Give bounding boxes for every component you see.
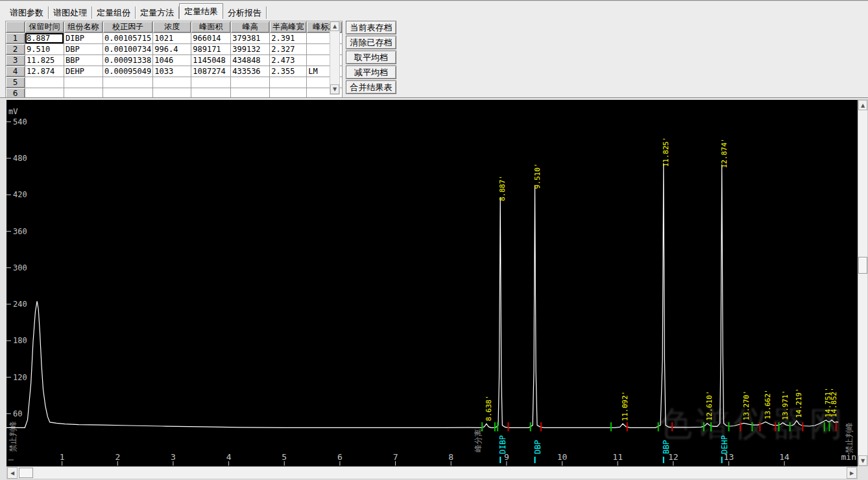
y-tick-label: 300 xyxy=(13,263,27,272)
results-table: 保留时间组份名称校正因子浓度峰面积峰高半高峰宽峰标志18.887DIBP0.00… xyxy=(5,21,343,99)
grid-cell[interactable]: 434848 xyxy=(231,55,270,66)
col-header: 保留时间 xyxy=(25,21,64,33)
y-tick-label: 420 xyxy=(13,190,27,199)
grid-cell[interactable]: 379381 xyxy=(231,33,270,44)
peak-label: 12.610' xyxy=(705,390,714,420)
grid-cell[interactable]: 433536 xyxy=(231,66,270,77)
grid-cell[interactable]: 0.00100734 xyxy=(103,44,153,55)
x-tick-label: 7 xyxy=(393,452,398,462)
row-number[interactable]: 3 xyxy=(6,55,25,66)
col-header: 半高峰宽 xyxy=(270,21,307,33)
plot-scroll-right-icon[interactable]: ▶ xyxy=(847,467,857,479)
plot-vscroll-thumb[interactable] xyxy=(858,257,867,274)
component-label: DBP xyxy=(533,440,542,454)
grid-cell[interactable]: 11.825 xyxy=(25,55,64,66)
tab-分析报告[interactable]: 分析报告 xyxy=(223,6,267,19)
grid-cell[interactable]: 1087274 xyxy=(191,66,231,77)
button-合并结果表[interactable]: 合并结果表 xyxy=(346,80,396,94)
row-number[interactable]: 4 xyxy=(6,66,25,77)
button-取平均档[interactable]: 取平均档 xyxy=(346,51,396,64)
x-tick-label: 14 xyxy=(779,452,790,462)
grid-cell[interactable]: 996.4 xyxy=(153,44,191,55)
grid-cell[interactable]: 1021 xyxy=(153,33,191,44)
grid-corner xyxy=(6,21,25,33)
row-number[interactable]: 2 xyxy=(6,44,25,55)
plot-hscroll-thumb[interactable] xyxy=(19,468,33,478)
chromatogram-panel: 色谱仪器网mV540480420360300240180120601234567… xyxy=(0,97,868,480)
plot-vscrollbar[interactable]: ▲ ▼ xyxy=(858,99,868,466)
side-label-right: 禁止判峰 xyxy=(845,422,854,453)
x-tick-label: 6 xyxy=(337,452,343,462)
grid-cell[interactable] xyxy=(64,77,103,88)
grid-cell[interactable] xyxy=(231,77,270,88)
tab-定量方法[interactable]: 定量方法 xyxy=(136,6,179,19)
grid-cell[interactable] xyxy=(103,77,153,88)
col-header: 校正因子 xyxy=(103,21,153,33)
tab-定量结果[interactable]: 定量结果 xyxy=(179,3,223,19)
col-header: 峰面积 xyxy=(191,21,231,33)
grid-cell[interactable]: 1145048 xyxy=(191,55,231,66)
chromatogram-plot[interactable]: 色谱仪器网mV540480420360300240180120601234567… xyxy=(0,98,868,468)
grid-cell[interactable]: 0.00105715 xyxy=(103,33,153,44)
grid-cell[interactable]: 9.510 xyxy=(25,44,64,55)
x-tick-label: 5 xyxy=(282,452,287,462)
grid-cell[interactable]: 1046 xyxy=(153,55,191,66)
y-tick-label: 240 xyxy=(13,300,27,309)
plot-hscrollbar[interactable]: ◀ ▶ xyxy=(6,466,858,479)
grid-cell[interactable]: 399132 xyxy=(231,44,270,55)
peak-label: 14.852' xyxy=(830,387,838,417)
tab-谱图处理[interactable]: 谱图处理 xyxy=(49,6,92,19)
component-label: DIBP xyxy=(498,435,507,454)
grid-cell[interactable] xyxy=(25,77,64,88)
button-当前表存档[interactable]: 当前表存档 xyxy=(346,21,396,34)
peak-label: 13.662' xyxy=(764,389,772,419)
grid-cell[interactable]: 0.00095049 xyxy=(103,66,153,77)
peak-label: 8.887' xyxy=(498,175,507,201)
x-tick-label: 4 xyxy=(226,452,232,462)
col-header: 组份名称 xyxy=(64,21,103,33)
peak-label: 14.219' xyxy=(795,388,803,418)
grid-cell[interactable]: 12.874 xyxy=(25,66,64,77)
peak-label: 11.825' xyxy=(662,137,670,167)
grid-cell[interactable] xyxy=(191,77,231,88)
grid-cell[interactable]: 2.327 xyxy=(270,44,307,55)
grid-cell[interactable]: BBP xyxy=(64,55,103,66)
peak-label: 13.270' xyxy=(742,390,751,420)
col-header: 峰高 xyxy=(231,21,270,33)
button-清除已存档[interactable]: 清除已存档 xyxy=(346,36,396,49)
grid-cell[interactable]: DEHP xyxy=(64,66,103,77)
table-scroll-down-icon[interactable]: ▼ xyxy=(330,84,339,94)
row-number[interactable]: 1 xyxy=(6,33,25,44)
grid-cell[interactable]: 2.355 xyxy=(270,66,307,77)
table-scrollbar[interactable]: ▲ ▼ xyxy=(330,21,340,95)
grid-cell[interactable]: 8.887 xyxy=(25,33,64,44)
grid-cell[interactable]: 989171 xyxy=(191,44,231,55)
tab-定量组份[interactable]: 定量组份 xyxy=(92,6,136,19)
tab-谱图参数[interactable]: 谱图参数 xyxy=(5,6,49,19)
side-label-mid: 峰分离 xyxy=(474,429,483,452)
y-tick-label: 60 xyxy=(13,409,22,418)
archive-button-column: 当前表存档清除已存档取平均档减平均档合并结果表 xyxy=(346,21,396,95)
y-tick-label: 480 xyxy=(13,154,27,163)
grid-cell[interactable]: 966014 xyxy=(191,33,231,44)
grid-cell[interactable] xyxy=(153,77,191,88)
x-tick-label: 8 xyxy=(448,452,453,462)
x-tick-label: 10 xyxy=(557,452,568,462)
grid-cell[interactable]: 0.00091338 xyxy=(103,55,153,66)
button-减平均档[interactable]: 减平均档 xyxy=(346,66,396,79)
grid-cell[interactable]: 1033 xyxy=(153,66,191,77)
grid-cell[interactable]: DIBP xyxy=(64,33,103,44)
plot-scroll-down-icon[interactable]: ▼ xyxy=(858,455,867,466)
grid-cell[interactable] xyxy=(270,77,307,88)
row-number[interactable]: 5 xyxy=(6,77,25,88)
peak-label: 12.874' xyxy=(720,138,729,168)
grid-cell[interactable]: 2.391 xyxy=(270,33,307,44)
grid-cell[interactable]: 2.473 xyxy=(270,55,307,66)
y-axis-unit: mV xyxy=(8,107,18,116)
peak-label: 13.971' xyxy=(781,390,790,420)
plot-scroll-left-icon[interactable]: ◀ xyxy=(7,467,18,479)
grid-cell[interactable]: DBP xyxy=(64,44,103,55)
y-tick-label: 120 xyxy=(13,373,27,382)
plot-scroll-up-icon[interactable]: ▲ xyxy=(858,100,867,110)
table-scroll-up-icon[interactable]: ▲ xyxy=(330,21,339,31)
